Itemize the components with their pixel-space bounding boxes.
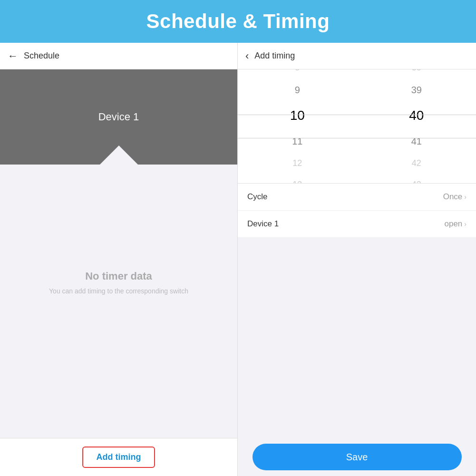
hour-item-11: 11 <box>238 130 357 153</box>
device-image-area: Device 1 <box>0 69 237 165</box>
device-chevron-icon: › <box>464 220 466 228</box>
schedule-back-button[interactable]: ← <box>8 50 18 62</box>
minute-column[interactable]: 38 39 40 41 42 43 <box>357 69 476 183</box>
cycle-option-row[interactable]: Cycle Once › <box>238 184 476 211</box>
cycle-label: Cycle <box>247 192 268 202</box>
options-group: Cycle Once › Device 1 open › <box>238 184 476 238</box>
add-timing-nav: ‹ Add timing <box>238 43 476 69</box>
add-timing-button[interactable]: Add timing <box>82 447 155 468</box>
app-title: Schedule & Timing <box>146 10 330 33</box>
main-layout: ← Schedule Device 1 No timer data You ca… <box>0 43 476 476</box>
cycle-value: Once › <box>443 192 466 202</box>
app-header: Schedule & Timing <box>0 0 476 43</box>
save-button[interactable]: Save <box>253 444 462 470</box>
hour-item-13: 13 <box>238 174 357 183</box>
schedule-nav: ← Schedule <box>0 43 237 69</box>
add-timing-nav-title: Add timing <box>254 51 295 61</box>
schedule-panel: ← Schedule Device 1 No timer data You ca… <box>0 43 238 476</box>
empty-state-subtitle: You can add timing to the corresponding … <box>49 287 188 295</box>
add-timing-back-button[interactable]: ‹ <box>245 50 249 62</box>
device-option-value: open › <box>445 219 467 229</box>
empty-state: No timer data You can add timing to the … <box>0 165 237 438</box>
empty-state-title: No timer data <box>85 270 152 282</box>
minute-item-40: 40 <box>357 101 476 129</box>
minute-item-39: 39 <box>357 78 476 101</box>
right-bottom-bar: Save <box>238 438 476 476</box>
add-timing-panel: ‹ Add timing 8 9 10 11 12 13 38 39 40 41… <box>238 43 476 476</box>
minute-item-43: 43 <box>357 174 476 183</box>
time-picker[interactable]: 8 9 10 11 12 13 38 39 40 41 42 43 <box>238 69 476 184</box>
device-option-label: Device 1 <box>247 219 279 229</box>
hour-item-8: 8 <box>238 69 357 78</box>
cycle-chevron-icon: › <box>464 193 466 201</box>
minute-item-41: 41 <box>357 130 476 153</box>
device-option-row[interactable]: Device 1 open › <box>238 211 476 238</box>
left-bottom-bar: Add timing <box>0 438 237 476</box>
hour-item-10: 10 <box>238 101 357 129</box>
hour-item-9: 9 <box>238 78 357 101</box>
hour-column[interactable]: 8 9 10 11 12 13 <box>238 69 357 183</box>
minute-item-38: 38 <box>357 69 476 78</box>
schedule-nav-title: Schedule <box>24 51 59 61</box>
device-name-label: Device 1 <box>98 111 139 123</box>
minute-item-42: 42 <box>357 153 476 174</box>
hour-item-12: 12 <box>238 153 357 174</box>
